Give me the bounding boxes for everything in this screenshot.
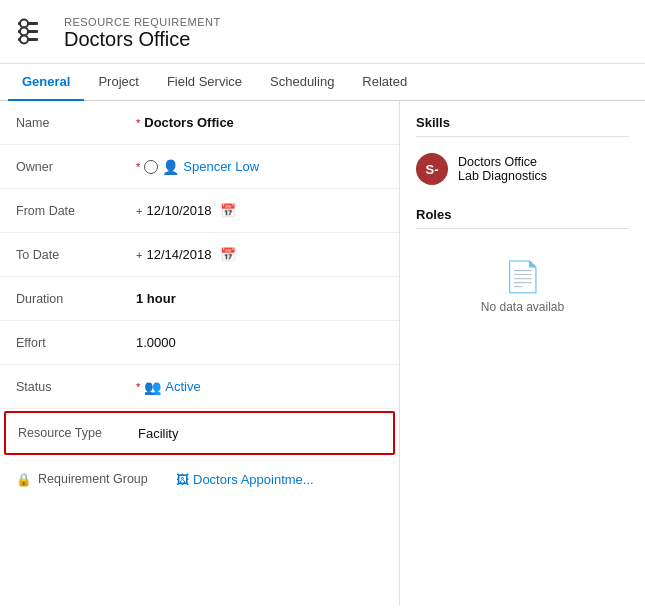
roles-no-data: 📄 No data availab [416,239,629,334]
from-date-required-marker: + [136,205,142,217]
effort-field-row: Effort 1.0000 [0,321,399,365]
duration-value: 1 hour [136,291,383,306]
from-date-text: 12/10/2018 [146,203,211,218]
name-field-row: Name * Doctors Office [0,101,399,145]
from-date-value[interactable]: 12/10/2018 📅 [146,203,383,218]
duration-field-row: Duration 1 hour [0,277,399,321]
tab-scheduling[interactable]: Scheduling [256,64,348,101]
tab-bar: General Project Field Service Scheduling… [0,64,645,101]
to-date-field-row: To Date + 12/14/2018 📅 [0,233,399,277]
no-data-icon: 📄 [504,259,541,294]
no-data-text: No data availab [481,300,564,314]
name-label: Name [16,116,136,130]
skills-section-title: Skills [416,115,629,137]
skill-item: S- Doctors Office Lab Diagnostics [416,147,629,191]
skill-name-line1: Doctors Office [458,155,547,169]
skill-avatar: S- [416,153,448,185]
owner-field-row: Owner * 👤 Spencer Low [0,145,399,189]
lock-icon: 🔒 [16,472,32,487]
status-text: Active [165,379,200,394]
effort-value: 1.0000 [136,335,383,350]
skill-name: Doctors Office Lab Diagnostics [458,155,547,183]
req-group-label-text: Requirement Group [38,472,148,486]
effort-label: Effort [16,336,136,350]
page-header: RESOURCE REQUIREMENT Doctors Office [0,0,645,64]
resource-type-value: Facility [138,426,381,441]
resource-type-label: Resource Type [18,426,138,440]
from-date-field-row: From Date + 12/10/2018 📅 [0,189,399,233]
to-date-required-marker: + [136,249,142,261]
header-meta: RESOURCE REQUIREMENT Doctors Office [64,16,221,51]
header-meta-label: RESOURCE REQUIREMENT [64,16,221,28]
owner-label: Owner [16,160,136,174]
to-date-calendar-icon[interactable]: 📅 [220,247,236,262]
req-group-link-text: Doctors Appointme... [193,472,314,487]
main-content: Name * Doctors Office Owner * 👤 Spencer … [0,101,645,605]
status-label: Status [16,380,136,394]
right-panel: Skills S- Doctors Office Lab Diagnostics… [400,101,645,605]
owner-required-marker: * [136,161,140,173]
duration-label: Duration [16,292,136,306]
owner-value[interactable]: 👤 Spencer Low [144,159,383,175]
svg-point-3 [20,20,28,28]
left-panel: Name * Doctors Office Owner * 👤 Spencer … [0,101,400,605]
user-person-icon: 👤 [162,159,179,175]
tab-field-service[interactable]: Field Service [153,64,256,101]
tab-related[interactable]: Related [348,64,421,101]
roles-section-title: Roles [416,207,629,229]
requirement-group-row: 🔒 Requirement Group 🖼 Doctors Appointme.… [0,457,399,501]
resource-type-field-row: Resource Type Facility [4,411,395,455]
svg-point-4 [20,28,28,36]
to-date-value[interactable]: 12/14/2018 📅 [146,247,383,262]
skill-name-line2: Lab Diagnostics [458,169,547,183]
owner-name: Spencer Low [183,159,259,174]
to-date-label: To Date [16,248,136,262]
resource-requirement-icon [16,14,52,53]
status-icon: 👥 [144,379,161,395]
requirement-group-value[interactable]: 🖼 Doctors Appointme... [176,472,314,487]
name-value: Doctors Office [144,115,383,130]
header-title: Doctors Office [64,28,221,51]
req-group-image-icon: 🖼 [176,472,189,487]
svg-point-5 [20,36,28,44]
name-required-marker: * [136,117,140,129]
from-date-label: From Date [16,204,136,218]
tab-general[interactable]: General [8,64,84,101]
status-field-row: Status * 👥 Active [0,365,399,409]
requirement-group-label: 🔒 Requirement Group [16,472,176,487]
status-required-marker: * [136,381,140,393]
tab-project[interactable]: Project [84,64,152,101]
to-date-text: 12/14/2018 [146,247,211,262]
owner-circle-icon [144,160,158,174]
from-date-calendar-icon[interactable]: 📅 [220,203,236,218]
status-value[interactable]: 👥 Active [144,379,383,395]
